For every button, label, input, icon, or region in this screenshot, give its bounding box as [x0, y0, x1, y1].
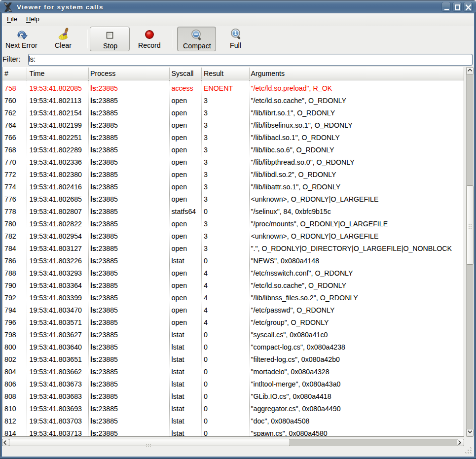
- svg-text:1: 1: [234, 30, 237, 36]
